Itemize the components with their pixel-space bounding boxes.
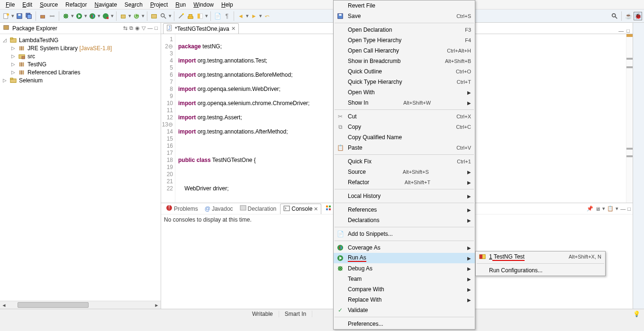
ctx-quick-type-hierarchy[interactable]: Quick Type HierarchyCtrl+T [334,77,475,87]
ctx-compare-with[interactable]: Compare With▶ [334,284,475,295]
ctx-preferences[interactable]: Preferences... [334,319,475,329]
menu-help[interactable]: Help [218,0,237,9]
brush-icon[interactable] [186,12,195,20]
sub-run-configurations[interactable]: Run Configurations... [476,265,605,276]
minimize-icon[interactable]: — [147,25,153,31]
open-type-icon[interactable] [150,12,158,20]
new-package-icon[interactable] [119,12,127,20]
ctx-add-snippets[interactable]: 📄Add to Snippets... [334,229,475,239]
ctx-local-history[interactable]: Local History▶ [334,191,475,201]
ctx-quick-fix[interactable]: Quick FixCtrl+1 [334,156,475,167]
menu-project[interactable]: Project [146,0,172,9]
ctx-open-declaration[interactable]: Open DeclarationF3 [334,25,475,35]
tree-project[interactable]: ◿ LambdaTestNG [3,36,161,44]
link-icon[interactable] [48,12,56,20]
collapse-all-icon[interactable]: ⇆ [123,25,127,31]
ctx-coverage-as[interactable]: Coverage As▶ [334,242,475,253]
tab-problems[interactable]: !Problems [163,204,201,214]
pin-console-icon[interactable]: 📌 [587,206,593,212]
run-icon[interactable] [75,12,83,20]
ctx-quick-outline[interactable]: Quick OutlineCtrl+O [334,66,475,77]
ctx-show-in[interactable]: Show InAlt+Shift+W ▶ [334,98,475,108]
para-icon[interactable]: ¶ [223,12,231,20]
new-class-icon[interactable]: C [132,12,141,20]
tree-testng-lib[interactable]: ▷ TestNG [3,60,161,68]
ctx-copy[interactable]: ⧉CopyCtrl+C [334,122,475,132]
overview-ruler[interactable] [626,34,633,203]
ctx-open-type-hierarchy[interactable]: Open Type HierarchyF4 [334,35,475,45]
display-console-icon[interactable]: 🖥 [595,206,600,212]
ext-tools-icon[interactable] [101,12,110,20]
focus-icon[interactable]: ◉ [135,25,140,31]
ctx-team[interactable]: Team▶ [334,274,475,284]
text-tool-icon[interactable]: 📄 [213,12,222,20]
ctx-paste[interactable]: 📋PasteCtrl+V [334,143,475,153]
tree-src[interactable]: ▷ src [3,52,161,60]
menu-search[interactable]: Search [121,0,146,9]
menu-refactor[interactable]: Refactor [62,0,91,9]
menu-window[interactable]: Window [190,0,218,9]
ctx-open-call-hierarchy[interactable]: Open Call HierarchyCtrl+Alt+H [334,45,475,56]
context-menu[interactable]: Revert File SaveCtrl+S Open DeclarationF… [333,0,475,330]
tab-javadoc[interactable]: @Javadoc [202,205,236,213]
package-tree[interactable]: ◿ LambdaTestNG ▷ JRE System Library [Jav… [0,34,161,301]
run-as-submenu[interactable]: 1 TestNG Test Alt+Shift+X, N Run Configu… [475,251,606,276]
ctx-debug-as[interactable]: Debug As▶ [334,263,475,274]
new-icon[interactable] [2,12,10,20]
editor-tab-label: *TestNGTestOne.java [175,26,229,32]
wand-icon[interactable] [177,12,185,20]
console-min-icon[interactable]: — [620,206,626,212]
ctx-run-as[interactable]: Run As▶ [334,253,475,263]
menu-run[interactable]: Run [172,0,190,9]
ctx-source[interactable]: SourceAlt+Shift+S ▶ [334,167,475,177]
tip-icon[interactable]: 💡 [629,311,644,317]
ctx-open-with[interactable]: Open With▶ [334,87,475,98]
sub-testng-test[interactable]: 1 TestNG Test Alt+Shift+X, N [476,251,605,262]
ctx-references[interactable]: References▶ [334,205,475,215]
save-all-icon[interactable] [25,12,33,20]
save-icon[interactable] [15,12,24,20]
debug-icon[interactable] [62,12,70,20]
view-menu-icon[interactable]: ▽ [142,25,145,31]
ctx-save[interactable]: SaveCtrl+S [334,11,475,21]
nav-fwd-icon[interactable]: ► [250,12,258,20]
tab-console[interactable]: Console ✕ [280,204,321,214]
ctx-copy-qualified[interactable]: Copy Qualified Name [334,132,475,143]
perspective-java-icon[interactable]: ☕ [624,12,633,20]
ctx-revert-file[interactable]: Revert File [334,0,475,11]
coverage-icon[interactable] [88,12,97,20]
ctx-show-breadcrumb[interactable]: Show in BreadcrumbAlt+Shift+B [334,56,475,66]
menu-edit[interactable]: Edit [18,0,36,9]
toggle-icon[interactable] [196,12,204,20]
ctx-replace-with[interactable]: Replace With▶ [334,295,475,305]
svg-text:C: C [135,13,138,18]
nav-back-icon[interactable]: ◄ [236,12,245,20]
ctx-refactor[interactable]: RefactorAlt+Shift+T ▶ [334,177,475,188]
tree-ref-lib[interactable]: ▷ Referenced Libraries [3,68,161,76]
right-trim-strip[interactable] [633,23,644,309]
open-console-icon[interactable]: 📋 [607,206,614,212]
snippets-icon: 📄 [336,230,344,238]
perspective-debug-icon[interactable]: 🐞 [634,12,642,20]
horizontal-scrollbar[interactable]: ◄► [0,301,161,309]
close-tab-icon[interactable]: ✕ [231,26,236,32]
build-icon[interactable] [38,12,47,20]
quick-access-search-icon[interactable] [610,12,619,20]
ctx-declarations[interactable]: Declarations▶ [334,215,475,225]
menu-file[interactable]: File [2,0,18,9]
editor-minimize-icon[interactable]: — [618,28,624,34]
menu-navigate[interactable]: Navigate [91,0,120,9]
editor-maximize-icon[interactable]: □ [626,28,630,34]
tree-selenium[interactable]: ▷ Selenium [3,76,161,84]
console-max-icon[interactable]: □ [627,206,631,212]
last-edit-icon[interactable]: ⤺ [263,12,272,20]
link-editor-icon[interactable]: ⧉ [129,25,133,31]
ctx-validate[interactable]: ✓Validate [334,305,475,315]
tree-jre[interactable]: ▷ JRE System Library [JavaSE-1.8] [3,44,161,52]
maximize-icon[interactable]: □ [154,25,158,31]
search-icon[interactable] [159,12,168,20]
editor-tab[interactable]: J *TestNGTestOne.java ✕ [163,23,239,34]
tab-declaration[interactable]: Declaration [237,204,280,214]
menu-source[interactable]: Source [36,0,62,9]
ctx-cut[interactable]: ✂CutCtrl+X [334,111,475,122]
